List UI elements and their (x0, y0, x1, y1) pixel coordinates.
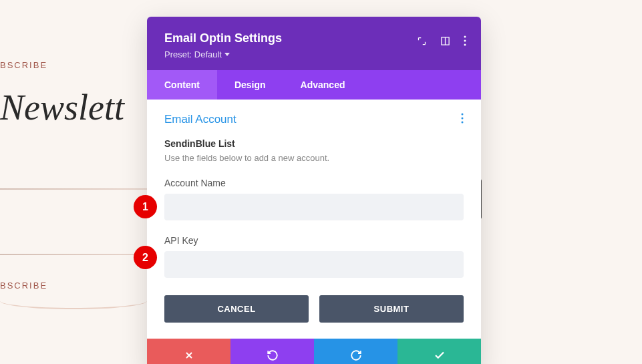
redo-button[interactable] (314, 339, 397, 364)
api-key-label: API Key (164, 235, 464, 246)
svg-point-3 (464, 40, 466, 42)
bg-newsletter-heading: Newslett (0, 87, 147, 128)
list-provider-title: SendinBlue List (164, 138, 464, 149)
tab-content[interactable]: Content (147, 70, 217, 100)
section-menu-icon[interactable] (461, 113, 464, 126)
bg-subscribe-text-2: BSCRIBE (0, 281, 47, 291)
api-key-input[interactable] (164, 251, 464, 278)
svg-point-7 (462, 122, 464, 124)
modal-header: Email Optin Settings Preset: Default (147, 17, 481, 70)
expand-icon[interactable] (417, 36, 427, 46)
layout-icon[interactable] (440, 36, 450, 46)
annotation-1: 1 (134, 195, 157, 218)
bg-divider (0, 254, 147, 255)
modal-body: Email Account SendinBlue List Use the fi… (147, 100, 481, 339)
account-name-input[interactable] (164, 194, 464, 220)
bg-curve (0, 293, 147, 309)
annotation-2: 2 (134, 246, 157, 269)
list-provider-desc: Use the fields below to add a new accoun… (164, 153, 464, 163)
tabs-bar: Content Design Advanced (147, 70, 481, 100)
preset-label: Preset: Default (164, 49, 222, 59)
section-title[interactable]: Email Account (164, 113, 236, 126)
confirm-button[interactable] (397, 339, 481, 364)
settings-modal: Email Optin Settings Preset: Default Con… (147, 17, 481, 364)
undo-button[interactable] (230, 339, 314, 364)
bg-subscribe-text: BSCRIBE (0, 33, 147, 70)
tab-design[interactable]: Design (217, 70, 283, 100)
cancel-button[interactable]: CANCEL (164, 295, 309, 323)
bg-divider (0, 188, 147, 190)
tab-advanced[interactable]: Advanced (283, 70, 363, 100)
submit-button[interactable]: SUBMIT (319, 295, 464, 323)
svg-point-5 (462, 114, 464, 116)
svg-point-6 (462, 118, 464, 120)
more-icon[interactable] (464, 35, 466, 46)
svg-point-4 (464, 44, 466, 46)
svg-point-2 (464, 36, 466, 38)
close-button[interactable] (147, 339, 230, 364)
footer-actions (147, 339, 481, 364)
account-name-label: Account Name (164, 178, 464, 188)
chevron-down-icon (224, 53, 230, 56)
preset-selector[interactable]: Preset: Default (164, 49, 464, 59)
